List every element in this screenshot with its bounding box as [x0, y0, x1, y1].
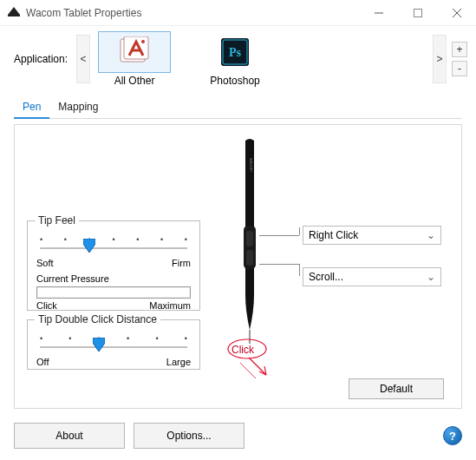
application-list: All Other Ps Photoshop [95, 31, 274, 87]
pen-upper-button-select[interactable]: Right Click ⌄ [303, 226, 441, 245]
tab-mapping[interactable]: Mapping [49, 95, 107, 118]
pen-illustration: wacom [240, 139, 259, 344]
svg-rect-16 [246, 250, 253, 266]
current-pressure-gauge [36, 286, 191, 299]
current-pressure-label: Current Pressure [36, 273, 191, 284]
tip-dbl-legend: Tip Double Click Distance [35, 313, 160, 325]
minimize-button[interactable] [359, 0, 398, 26]
application-label: Application: [14, 53, 68, 65]
pen-upper-button-value: Right Click [309, 229, 358, 241]
pressure-min: Click [36, 300, 57, 311]
tip-double-click-group: Tip Double Click Distance •••••• Off Lar… [27, 319, 200, 370]
titlebar: Wacom Tablet Properties [0, 0, 476, 26]
tab-pen[interactable]: Pen [14, 95, 49, 118]
tip-dbl-slider[interactable]: •••••• [36, 334, 191, 355]
svg-text:wacom: wacom [249, 158, 254, 172]
app-item-label: Photoshop [210, 75, 259, 87]
options-button[interactable]: Options... [134, 423, 245, 449]
chevron-down-icon: ⌄ [427, 229, 435, 241]
tip-feel-group: Tip Feel ••••••• Soft Firm Current Press… [27, 220, 200, 311]
tip-feel-max: Firm [172, 258, 191, 268]
maximize-button[interactable] [398, 0, 437, 26]
application-row: Application: < All Other Ps [0, 26, 476, 95]
app-item-label: All Other [114, 75, 155, 87]
svg-rect-15 [246, 231, 253, 246]
tip-dbl-min: Off [36, 357, 49, 367]
tip-feel-legend: Tip Feel [35, 214, 79, 227]
app-item-photoshop[interactable]: Ps Photoshop [196, 31, 274, 87]
app-remove-button[interactable]: - [452, 61, 467, 76]
svg-marker-13 [93, 338, 105, 352]
pressure-max: Maximum [149, 300, 191, 311]
default-button[interactable]: Default [349, 378, 444, 399]
svg-rect-2 [414, 9, 421, 16]
tab-bar: Pen Mapping [14, 95, 462, 119]
all-other-icon [117, 36, 152, 68]
pen-tip-action-label: Click [231, 344, 254, 356]
svg-text:Ps: Ps [229, 46, 242, 59]
window-title: Wacom Tablet Properties [26, 7, 141, 19]
close-button[interactable] [437, 0, 476, 26]
app-item-all-other[interactable]: All Other [95, 31, 173, 87]
tip-dbl-max: Large [166, 357, 191, 367]
svg-rect-0 [8, 15, 20, 16]
pen-lower-button-select[interactable]: Scroll... ⌄ [303, 267, 441, 286]
tip-feel-min: Soft [36, 258, 54, 268]
app-scroll-left[interactable]: < [76, 35, 90, 83]
photoshop-icon: Ps [219, 36, 251, 68]
svg-point-8 [141, 40, 145, 43]
tip-feel-slider[interactable]: ••••••• [36, 235, 191, 256]
app-icon [7, 4, 21, 21]
app-add-button[interactable]: + [452, 42, 467, 57]
about-button[interactable]: About [14, 423, 125, 449]
pen-settings-panel: Tip Feel ••••••• Soft Firm Current Press… [14, 124, 462, 409]
chevron-down-icon: ⌄ [427, 271, 435, 283]
pen-lower-button-value: Scroll... [309, 271, 343, 283]
help-button[interactable]: ? [443, 426, 462, 445]
app-scroll-right[interactable]: > [433, 35, 447, 83]
svg-marker-12 [83, 239, 95, 253]
footer: About Options... ? [0, 416, 476, 460]
